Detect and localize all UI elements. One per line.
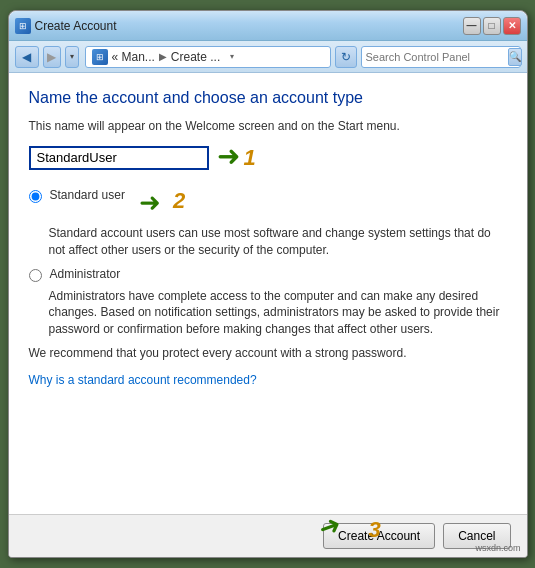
num2-annotation: 2 (173, 188, 185, 214)
subtitle-text: This name will appear on the Welcome scr… (29, 119, 507, 133)
breadcrumb-icon: ⊞ (92, 49, 108, 65)
why-standard-link[interactable]: Why is a standard account recommended? (29, 373, 257, 387)
search-input[interactable] (366, 51, 504, 63)
forward-button[interactable]: ▶ (43, 46, 61, 68)
back-button[interactable]: ◀ (15, 46, 39, 68)
address-bar[interactable]: ⊞ « Man... ▶ Create ... ▾ (85, 46, 331, 68)
window-icon: ⊞ (15, 18, 31, 34)
breadcrumb-dropdown-button[interactable]: ▾ (224, 46, 240, 68)
content-area: Name the account and choose an account t… (9, 73, 527, 514)
num3-annotation: 3 (369, 517, 381, 543)
search-box[interactable]: 🔍 (361, 46, 521, 68)
nav-bar: ◀ ▶ ▾ ⊞ « Man... ▶ Create ... ▾ ↻ 🔍 (9, 41, 527, 73)
window-title: Create Account (35, 19, 117, 33)
breadcrumb-part-1: « Man... (112, 50, 155, 64)
maximize-button[interactable]: □ (483, 17, 501, 35)
page-title: Name the account and choose an account t… (29, 89, 507, 107)
standard-user-desc: Standard account users can use most soft… (49, 225, 507, 259)
standard-user-label: Standard user (50, 188, 125, 202)
title-bar-left: ⊞ Create Account (15, 18, 459, 34)
refresh-button[interactable]: ↻ (335, 46, 357, 68)
standard-user-option[interactable]: Standard user ➜ 2 (29, 188, 507, 219)
arrow1-annotation: ➜ (217, 141, 240, 174)
minimize-button[interactable]: — (463, 17, 481, 35)
watermark: wsxdn.com (475, 543, 520, 553)
standard-user-radio[interactable] (29, 190, 42, 203)
administrator-desc: Administrators have complete access to t… (49, 288, 507, 338)
history-dropdown-button[interactable]: ▾ (65, 46, 79, 68)
search-button[interactable]: 🔍 (508, 48, 522, 66)
main-window: ⊞ Create Account — □ ✕ ◀ ▶ ▾ ⊞ « Man... … (8, 10, 528, 558)
title-bar: ⊞ Create Account — □ ✕ (9, 11, 527, 41)
arrow2-annotation: ➜ (139, 188, 161, 219)
breadcrumb-part-2: Create ... (171, 50, 220, 64)
breadcrumb-separator-1: ▶ (159, 51, 167, 62)
bottom-bar: ➜ 3 Create Account Cancel wsxdn.com (9, 514, 527, 557)
close-button[interactable]: ✕ (503, 17, 521, 35)
title-bar-controls: — □ ✕ (463, 17, 521, 35)
num1-annotation: 1 (244, 145, 256, 171)
administrator-radio[interactable] (29, 269, 42, 282)
administrator-option[interactable]: Administrator (29, 267, 507, 282)
search-icon: 🔍 (509, 51, 521, 62)
account-name-input[interactable] (29, 146, 209, 170)
administrator-label: Administrator (50, 267, 121, 281)
recommend-text: We recommend that you protect every acco… (29, 346, 507, 360)
